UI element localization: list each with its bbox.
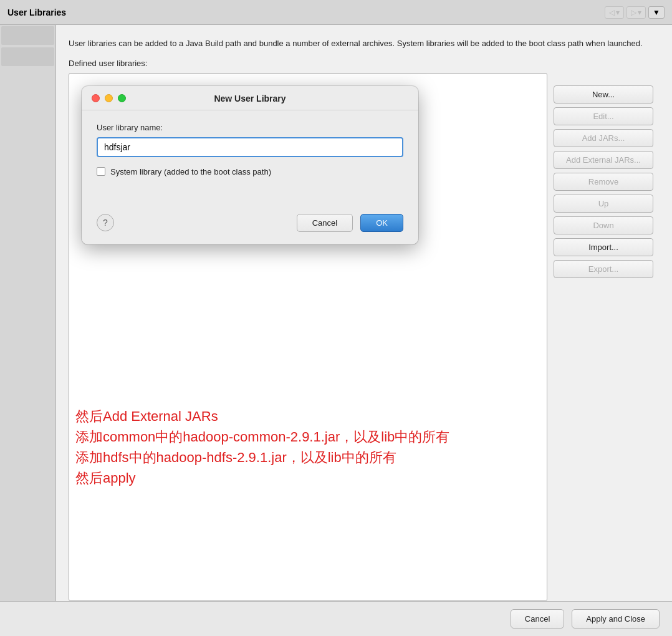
modal-overlay: New User Library User library name: Syst… xyxy=(69,74,547,601)
modal-body: User library name: System library (added… xyxy=(82,110,418,214)
library-name-input[interactable] xyxy=(97,137,403,157)
nav-forward-icon: ▷ xyxy=(631,8,636,17)
up-button[interactable]: Up xyxy=(554,195,653,213)
right-sidebar: New... Edit... Add JARs... Add External … xyxy=(547,73,660,602)
add-external-jars-button[interactable]: Add External JARs... xyxy=(554,151,653,169)
new-button[interactable]: New... xyxy=(554,85,653,104)
sidebar-placeholder-1 xyxy=(1,26,54,45)
annotation-line-4: 然后apply xyxy=(75,468,449,488)
nav-forward-button[interactable]: ▷ ▾ xyxy=(626,6,646,19)
annotation-overlay: 然后Add External JARs 添加common中的hadoop-com… xyxy=(75,406,449,488)
annotation-line-3: 添加hdfs中的hadoop-hdfs-2.9.1.jar，以及lib中的所有 xyxy=(75,447,449,468)
help-icon: ? xyxy=(103,218,108,228)
checkbox-row: System library (added to the boot class … xyxy=(97,167,403,176)
export-button[interactable]: Export... xyxy=(554,260,653,278)
down-button[interactable]: Down xyxy=(554,216,653,234)
content-panel: User libraries can be added to a Java Bu… xyxy=(56,25,672,601)
modal-titlebar: New User Library xyxy=(82,86,418,110)
import-button[interactable]: Import... xyxy=(554,238,653,256)
window-close-button[interactable] xyxy=(92,94,100,102)
edit-button[interactable]: Edit... xyxy=(554,107,653,125)
window-minimize-button[interactable] xyxy=(105,94,113,102)
help-button[interactable]: ? xyxy=(97,214,114,231)
nav-menu-icon: ▼ xyxy=(653,8,660,17)
defined-label: Defined user libraries: xyxy=(69,59,660,68)
modal-footer: ? Cancel OK xyxy=(82,214,418,232)
checkbox-label: System library (added to the boot class … xyxy=(110,167,271,176)
remove-button[interactable]: Remove xyxy=(554,173,653,191)
cancel-button[interactable]: Cancel xyxy=(511,609,564,629)
nav-forward-dropdown-icon: ▾ xyxy=(638,8,641,17)
bottom-bar: Cancel Apply and Close xyxy=(0,601,672,636)
add-jars-button[interactable]: Add JARs... xyxy=(554,129,653,147)
top-bar: User Libraries ◁ ▾ ▷ ▾ ▼ xyxy=(0,0,672,25)
modal-dialog: New User Library User library name: Syst… xyxy=(82,86,418,244)
annotation-line-1: 然后Add External JARs xyxy=(75,406,449,426)
modal-ok-button[interactable]: OK xyxy=(360,214,403,232)
nav-back-dropdown-icon: ▾ xyxy=(616,8,620,17)
modal-cancel-button[interactable]: Cancel xyxy=(297,214,353,232)
nav-back-icon: ◁ xyxy=(609,8,615,17)
system-library-checkbox[interactable] xyxy=(97,167,105,176)
window-maximize-button[interactable] xyxy=(118,94,126,102)
library-list-area: New User Library User library name: Syst… xyxy=(69,73,547,602)
annotation-line-2: 添加common中的hadoop-common-2.9.1.jar，以及lib中… xyxy=(75,426,449,447)
traffic-lights xyxy=(92,94,126,102)
nav-arrows: ◁ ▾ ▷ ▾ ▼ xyxy=(605,6,665,19)
nav-menu-button[interactable]: ▼ xyxy=(648,6,665,19)
description-text: User libraries can be added to a Java Bu… xyxy=(69,37,660,50)
page-title: User Libraries xyxy=(7,7,605,17)
field-label: User library name: xyxy=(97,123,403,132)
main-content: User libraries can be added to a Java Bu… xyxy=(0,25,672,601)
modal-title: New User Library xyxy=(92,94,408,104)
apply-and-close-button[interactable]: Apply and Close xyxy=(572,609,660,629)
sidebar-placeholder-2 xyxy=(1,47,54,66)
left-sidebar xyxy=(0,25,56,601)
nav-back-button[interactable]: ◁ ▾ xyxy=(605,6,624,19)
